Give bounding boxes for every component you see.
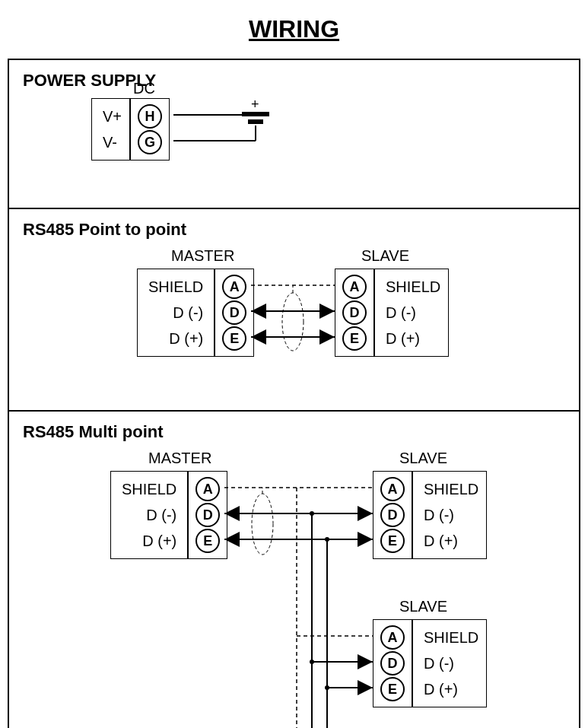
power-label-col: V+ V-	[91, 98, 130, 161]
ptp-slave-label-col: SHIELD D (-) D (+)	[374, 269, 449, 357]
ptp-master-pin-col: A D E	[215, 269, 254, 357]
section-title-power: POWER SUPPLY	[23, 71, 565, 91]
diagram-frame: POWER SUPPLY DC V+ V- H G +	[8, 59, 580, 728]
power-row-label-0: V+	[100, 103, 122, 129]
section-rs485-mp: RS485 Multi point MASTER SHIELD D (-) D …	[9, 412, 579, 728]
svg-point-31	[325, 537, 329, 542]
section-title-mp: RS485 Multi point	[23, 422, 565, 442]
mp-slave2-label-col: SHIELD D (-) D (+)	[412, 619, 487, 707]
mp-wires	[23, 450, 578, 728]
ptp-master-label: MASTER	[171, 247, 234, 265]
mp-slave2-row2: D (+)	[421, 676, 478, 702]
ptp-master-row1: D (-)	[145, 300, 206, 326]
mp-slave2-pin-E: E	[380, 677, 405, 701]
mp-slave1-pin-D: D	[380, 503, 405, 527]
ptp-master-row0: SHIELD	[145, 274, 206, 300]
ptp-slave-row1: D (-)	[383, 300, 440, 326]
svg-marker-16	[358, 506, 373, 521]
ptp-slave-row2: D (+)	[383, 326, 440, 351]
svg-marker-27	[358, 654, 373, 669]
mp-slave2-pin-col: A D E	[373, 619, 412, 707]
page-title: WIRING	[8, 15, 580, 43]
mp-master-label: MASTER	[148, 450, 211, 467]
mp-slave1-label: SLAVE	[399, 450, 447, 467]
mp-slave1-row0: SHIELD	[421, 476, 478, 502]
mp-slave2-pin-A: A	[380, 625, 405, 650]
section-power-supply: POWER SUPPLY DC V+ V- H G +	[9, 60, 579, 209]
ptp-slave-row0: SHIELD	[383, 274, 440, 300]
ptp-master-pin-D: D	[222, 300, 246, 325]
svg-marker-7	[319, 304, 335, 319]
mp-master-pin-col: A D E	[188, 471, 227, 559]
mp-slave1-label-col: SHIELD D (-) D (+)	[412, 471, 487, 559]
section-title-ptp: RS485 Point to point	[23, 220, 565, 240]
mp-slave2-row1: D (-)	[421, 650, 478, 676]
svg-point-32	[310, 660, 314, 664]
section-rs485-ptp: RS485 Point to point MASTER SHIELD D (-)…	[9, 209, 579, 412]
ptp-master-row2: D (+)	[145, 326, 206, 351]
battery-icon	[242, 112, 269, 124]
ptp-slave-label: SLAVE	[361, 247, 409, 265]
plus-label: +	[251, 97, 259, 113]
power-pin-G: G	[138, 130, 162, 154]
svg-point-20	[252, 494, 273, 555]
ptp-slave-pin-D: D	[342, 300, 367, 325]
mp-slave1-pin-A: A	[380, 477, 405, 501]
mp-master-row2: D (+)	[119, 528, 180, 554]
mp-master-label-col: SHIELD D (-) D (+)	[110, 471, 188, 559]
mp-slave1-row2: D (+)	[421, 528, 478, 554]
ptp-wires	[23, 247, 578, 392]
svg-marker-29	[358, 680, 373, 695]
svg-marker-19	[358, 532, 373, 547]
power-row-label-1: V-	[100, 129, 122, 155]
ptp-master-pin-A: A	[222, 275, 246, 299]
mp-master-pin-E: E	[195, 529, 220, 553]
ptp-slave-pin-col: A D E	[335, 269, 374, 357]
mp-slave2-pin-D: D	[380, 651, 405, 676]
svg-point-30	[310, 511, 314, 516]
ptp-slave-pin-E: E	[342, 326, 367, 351]
ptp-slave-pin-A: A	[342, 275, 367, 299]
mp-master-pin-D: D	[195, 503, 220, 527]
svg-point-11	[282, 293, 304, 351]
mp-slave1-row1: D (-)	[421, 502, 478, 528]
svg-point-33	[325, 685, 329, 690]
mp-slave2-row0: SHIELD	[421, 625, 478, 650]
svg-marker-10	[319, 329, 335, 345]
mp-master-row0: SHIELD	[119, 476, 180, 502]
mp-slave1-pin-E: E	[380, 529, 405, 553]
power-pin-col: H G	[130, 98, 170, 161]
ptp-master-label-col: SHIELD D (-) D (+)	[137, 269, 215, 357]
power-pin-H: H	[138, 104, 162, 129]
mp-master-row1: D (-)	[119, 502, 180, 528]
ptp-master-pin-E: E	[222, 326, 246, 351]
mp-slave2-label: SLAVE	[399, 598, 447, 615]
mp-slave1-pin-col: A D E	[373, 471, 412, 559]
mp-master-pin-A: A	[195, 477, 220, 501]
dc-label: DC	[133, 80, 155, 97]
